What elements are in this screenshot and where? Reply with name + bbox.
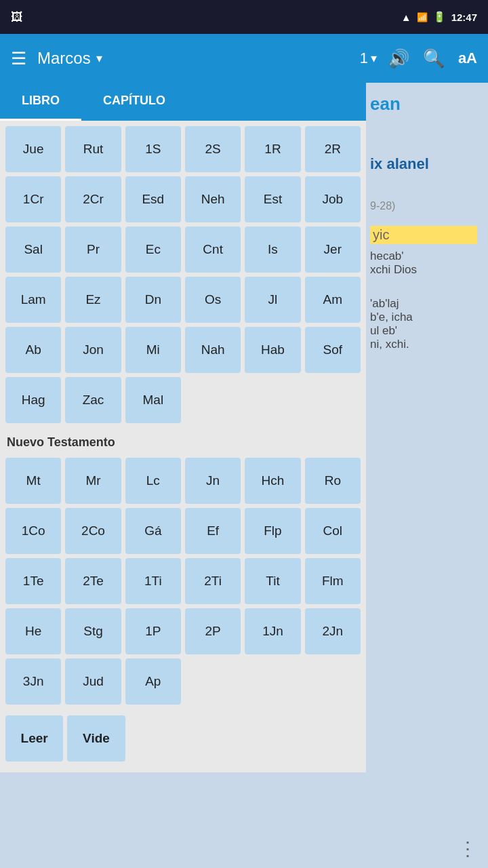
nt-section-title: Nuevo Testamento bbox=[0, 429, 366, 452]
book-button bbox=[305, 658, 361, 705]
leer-button[interactable]: Leer bbox=[5, 715, 63, 762]
book-button[interactable]: 2Te bbox=[65, 558, 121, 604]
vide-button[interactable]: Vide bbox=[67, 715, 125, 762]
book-button[interactable]: Ez bbox=[65, 277, 121, 323]
bg-text4: b'e, icha bbox=[370, 311, 477, 324]
book-button[interactable]: Pr bbox=[65, 226, 121, 273]
photo-icon: 🖼 bbox=[11, 10, 23, 24]
book-button[interactable]: Flp bbox=[245, 508, 300, 554]
book-button[interactable]: 1R bbox=[245, 126, 300, 172]
book-button[interactable]: Rut bbox=[65, 126, 121, 172]
book-button[interactable]: Nah bbox=[185, 327, 241, 373]
book-button[interactable]: Mal bbox=[125, 377, 181, 423]
book-button[interactable]: Esd bbox=[125, 176, 181, 222]
nt-grid-row: 3JnJudAp bbox=[5, 658, 361, 705]
book-button[interactable]: Gá bbox=[125, 508, 181, 554]
book-button[interactable]: Sof bbox=[305, 327, 361, 373]
bg-text2: xchi Dios bbox=[370, 263, 477, 277]
sound-icon[interactable]: 🔊 bbox=[388, 48, 409, 69]
book-button[interactable]: 1Ti bbox=[125, 558, 181, 604]
background-text: ean ix alanel 9-28) yic hecab' xchi Dios… bbox=[359, 83, 488, 362]
book-button[interactable]: 3Jn bbox=[5, 658, 61, 705]
book-button[interactable]: Hab bbox=[245, 327, 300, 373]
book-button[interactable]: Am bbox=[305, 277, 361, 323]
book-button[interactable]: 1P bbox=[125, 608, 181, 654]
nt-grid-row: MtMrLcJnHchRo bbox=[5, 458, 361, 504]
book-name[interactable]: Marcos bbox=[37, 49, 91, 68]
book-button[interactable]: Jud bbox=[65, 658, 121, 705]
overflow-menu-icon[interactable]: ⋮ bbox=[458, 837, 477, 860]
book-button[interactable]: 1Cr bbox=[5, 176, 61, 222]
book-button[interactable]: Is bbox=[245, 226, 300, 273]
book-button[interactable]: 2R bbox=[305, 126, 361, 172]
book-button[interactable]: 1Co bbox=[5, 508, 61, 554]
book-button[interactable]: Jl bbox=[245, 277, 300, 323]
book-selector-panel: LIBRO CAPÍTULO JueRut1S2S1R2R1Cr2CrEsdNe… bbox=[0, 83, 366, 772]
book-button[interactable]: Hch bbox=[245, 458, 300, 504]
book-button[interactable]: Hag bbox=[5, 377, 61, 423]
tab-libro[interactable]: LIBRO bbox=[0, 83, 81, 121]
book-button[interactable]: 2Cr bbox=[65, 176, 121, 222]
book-button[interactable]: 2Ti bbox=[185, 558, 241, 604]
book-button bbox=[305, 377, 361, 423]
book-button bbox=[245, 377, 300, 423]
book-button[interactable]: Flm bbox=[305, 558, 361, 604]
book-chevron[interactable]: ▾ bbox=[96, 51, 102, 66]
book-button[interactable]: Lc bbox=[125, 458, 181, 504]
battery-icon: 🔋 bbox=[433, 11, 446, 23]
book-button[interactable]: 2Jn bbox=[305, 608, 361, 654]
status-bar-left: 🖼 bbox=[11, 10, 23, 24]
book-button[interactable]: Ro bbox=[305, 458, 361, 504]
book-button[interactable]: Os bbox=[185, 277, 241, 323]
book-button[interactable]: Mi bbox=[125, 327, 181, 373]
book-button[interactable]: Zac bbox=[65, 377, 121, 423]
chapter-selector[interactable]: 1 ▾ bbox=[360, 50, 377, 67]
font-size-icon[interactable]: aA bbox=[458, 50, 477, 67]
nt-grid: MtMrLcJnHchRo1Co2CoGáEfFlpCol1Te2Te1Ti2T… bbox=[0, 452, 366, 710]
bg-text6: ni, xchi. bbox=[370, 338, 477, 351]
bg-italic: 9-28) bbox=[370, 200, 477, 212]
menu-icon[interactable]: ☰ bbox=[11, 48, 26, 69]
book-button[interactable]: Neh bbox=[185, 176, 241, 222]
time-display: 12:47 bbox=[451, 12, 477, 23]
book-button[interactable]: Lam bbox=[5, 277, 61, 323]
book-button[interactable]: 1S bbox=[125, 126, 181, 172]
app-bar-icons: 🔊 🔍 aA bbox=[388, 48, 477, 69]
bg-title2: ix alanel bbox=[370, 155, 477, 173]
book-button[interactable]: Ap bbox=[125, 658, 181, 705]
ot-grid-row: AbJonMiNahHabSof bbox=[5, 327, 361, 373]
book-button[interactable]: Mr bbox=[65, 458, 121, 504]
book-button[interactable]: Tit bbox=[245, 558, 300, 604]
book-button[interactable]: Col bbox=[305, 508, 361, 554]
book-button[interactable]: 2P bbox=[185, 608, 241, 654]
book-button[interactable]: Cnt bbox=[185, 226, 241, 273]
book-button[interactable]: Stg bbox=[65, 608, 121, 654]
tab-capitulo[interactable]: CAPÍTULO bbox=[81, 83, 187, 121]
book-button[interactable]: 2S bbox=[185, 126, 241, 172]
book-button[interactable]: 2Co bbox=[65, 508, 121, 554]
chapter-chevron[interactable]: ▾ bbox=[371, 51, 377, 66]
book-button[interactable]: Ab bbox=[5, 327, 61, 373]
book-button[interactable]: Ec bbox=[125, 226, 181, 273]
status-bar-right: ▲ 📶 🔋 12:47 bbox=[401, 11, 477, 23]
ot-grid-row: LamEzDnOsJlAm bbox=[5, 277, 361, 323]
chapter-number[interactable]: 1 bbox=[360, 50, 368, 67]
book-button[interactable]: 1Te bbox=[5, 558, 61, 604]
book-button[interactable]: Dn bbox=[125, 277, 181, 323]
book-button[interactable]: Jon bbox=[65, 327, 121, 373]
book-button[interactable]: Jer bbox=[305, 226, 361, 273]
book-button[interactable]: Mt bbox=[5, 458, 61, 504]
book-button[interactable]: He bbox=[5, 608, 61, 654]
book-button[interactable]: Est bbox=[245, 176, 300, 222]
book-button[interactable]: Ef bbox=[185, 508, 241, 554]
book-button[interactable]: Jn bbox=[185, 458, 241, 504]
bg-highlight: yic bbox=[370, 226, 477, 244]
book-button[interactable]: Sal bbox=[5, 226, 61, 273]
scroll-content[interactable]: JueRut1S2S1R2R1Cr2CrEsdNehEstJobSalPrEcC… bbox=[0, 121, 366, 764]
book-button[interactable]: Job bbox=[305, 176, 361, 222]
search-icon[interactable]: 🔍 bbox=[423, 48, 445, 69]
book-button[interactable]: 1Jn bbox=[245, 608, 300, 654]
book-button[interactable]: Jue bbox=[5, 126, 61, 172]
ot-grid: JueRut1S2S1R2R1Cr2CrEsdNehEstJobSalPrEcC… bbox=[0, 121, 366, 429]
book-title-group[interactable]: Marcos ▾ bbox=[37, 49, 349, 68]
